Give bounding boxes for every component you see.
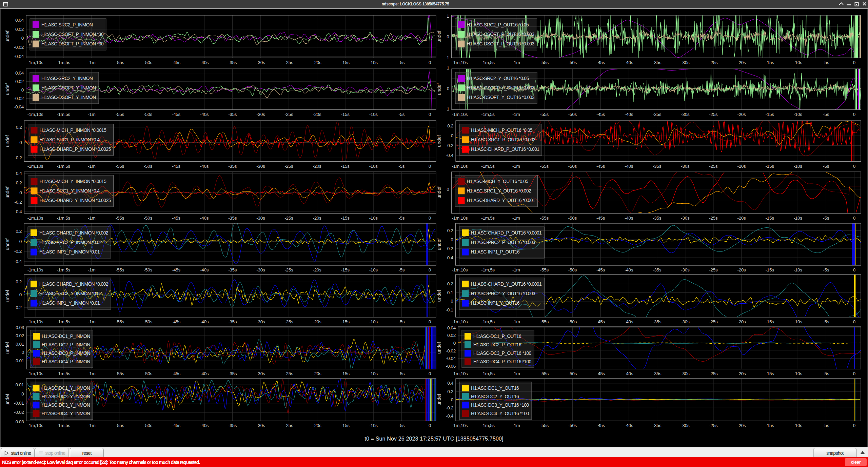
svg-text:-15s: -15s [766,60,774,65]
svg-text:undef: undef [436,342,442,354]
svg-text:0: 0 [429,60,431,65]
svg-text:-50s: -50s [144,112,153,117]
svg-text:-35s: -35s [653,216,662,221]
svg-text:-1m,5s: -1m,5s [481,423,495,428]
svg-text:-30s: -30s [256,319,265,324]
svg-text:-45s: -45s [596,60,605,65]
svg-text:-55s: -55s [116,60,124,65]
svg-text:-25s: -25s [709,319,718,324]
svg-text:0: 0 [853,164,855,169]
svg-text:-40s: -40s [625,319,633,324]
svg-text:0: 0 [853,423,855,428]
svg-text:H1:ASC-SRC2_Y_OUT16 *0.05: H1:ASC-SRC2_Y_OUT16 *0.05 [467,76,529,81]
svg-text:-0.01: -0.01 [14,358,24,363]
svg-text:-30s: -30s [681,371,690,376]
svg-text:undef: undef [5,238,10,250]
svg-text:-0.2: -0.2 [446,143,453,148]
svg-text:-40s: -40s [200,319,209,324]
svg-text:-0.1: -0.1 [446,307,453,312]
svg-text:-10s: -10s [794,216,803,221]
svg-text:-5s: -5s [823,371,829,376]
svg-text:-30s: -30s [681,164,690,169]
svg-text:H1:ASC-DC2_Y_OUT16: H1:ASC-DC2_Y_OUT16 [471,394,519,399]
svg-text:-45s: -45s [596,371,605,376]
svg-text:0.02: 0.02 [15,79,24,84]
svg-text:0.02: 0.02 [15,27,24,32]
svg-text:0.4: 0.4 [447,381,454,386]
svg-text:0: 0 [853,112,855,117]
svg-text:-20s: -20s [737,267,746,272]
svg-text:undef: undef [436,394,442,406]
svg-text:-50s: -50s [568,112,577,117]
svg-text:-0.03: -0.03 [14,419,24,424]
svg-text:H1:ASC-SRC1_Y_INMON *0.4: H1:ASC-SRC1_Y_INMON *0.4 [40,188,100,194]
svg-text:-30s: -30s [681,60,690,65]
svg-text:-25s: -25s [709,216,718,221]
svg-text:H1:ASC-DHARD_Y_INMON *0.0025: H1:ASC-DHARD_Y_INMON *0.0025 [40,198,111,203]
svg-text:-1m: -1m [88,164,95,169]
svg-text:0.02: 0.02 [16,333,24,338]
svg-text:-1m,10s: -1m,10s [27,164,43,169]
svg-text:-55s: -55s [540,60,549,65]
svg-text:-1m,10s: -1m,10s [452,423,468,428]
svg-text:H1:ASC-INP1_P_OUT16: H1:ASC-INP1_P_OUT16 [471,249,520,255]
svg-text:0: 0 [853,216,855,221]
svg-text:0: 0 [19,292,22,297]
svg-text:-15s: -15s [766,216,774,221]
svg-text:-20s: -20s [313,267,321,272]
svg-text:-55s: -55s [540,319,549,324]
svg-text:0.2: 0.2 [16,125,22,130]
svg-text:-40s: -40s [625,267,633,272]
svg-text:-1m,10s: -1m,10s [452,164,468,169]
svg-text:-0.2: -0.2 [14,200,22,205]
svg-text:-35s: -35s [228,319,237,324]
svg-text:H1:ASC-MICH_P_OUT16 *0.05: H1:ASC-MICH_P_OUT16 *0.05 [471,128,533,133]
svg-text:undef: undef [5,31,10,42]
svg-text:-45s: -45s [172,112,181,117]
svg-text:H1:ASC-DHARD_P_INMON *0.0025: H1:ASC-DHARD_P_INMON *0.0025 [40,147,111,152]
svg-text:-1m,10s: -1m,10s [452,319,468,324]
svg-text:-50s: -50s [568,371,577,376]
svg-text:0: 0 [429,319,431,324]
svg-text:-1m: -1m [512,216,520,221]
svg-text:-1m,5s: -1m,5s [57,319,70,324]
svg-text:-25s: -25s [284,267,293,272]
svg-text:-45s: -45s [596,216,605,221]
svg-text:-25s: -25s [284,216,293,221]
svg-text:H1:ASC-CSOFT_Y_INMON: H1:ASC-CSOFT_Y_INMON [41,85,96,90]
svg-text:-0.4: -0.4 [446,413,454,419]
svg-text:-1m,5s: -1m,5s [57,371,70,376]
svg-text:H1:ASC-DC4_Y_INMON: H1:ASC-DC4_Y_INMON [42,411,90,416]
svg-text:-5s: -5s [398,371,405,376]
svg-text:-40s: -40s [625,60,633,65]
svg-text:-40s: -40s [200,423,209,428]
svg-text:-15s: -15s [341,112,350,117]
svg-text:-20s: -20s [313,319,321,324]
svg-text:-1m,5s: -1m,5s [481,112,495,117]
svg-text:-1m,10s: -1m,10s [452,371,468,376]
svg-text:0.2: 0.2 [447,281,453,286]
svg-text:-5s: -5s [823,267,829,272]
svg-text:reset: reset [82,450,92,456]
svg-text:0.2: 0.2 [447,228,453,233]
svg-text:H1:ASC-DC2_P_INMON: H1:ASC-DC2_P_INMON [42,342,90,347]
svg-text:H1:ASC-CHARD_Y_OUT16 *0.0001: H1:ASC-CHARD_Y_OUT16 *0.0001 [471,282,542,287]
svg-text:-1m,5s: -1m,5s [481,164,495,169]
svg-text:-45s: -45s [596,319,605,324]
svg-text:H1:ASC-MICH_Y_OUT16 *0.05: H1:ASC-MICH_Y_OUT16 *0.05 [467,179,529,184]
svg-text:0.02: 0.02 [447,333,456,338]
svg-text:-50s: -50s [568,423,577,428]
svg-text:-5s: -5s [823,423,829,428]
svg-text:-55s: -55s [540,371,549,376]
svg-text:-40s: -40s [625,164,633,169]
svg-text:-0.4: -0.4 [14,209,22,214]
svg-text:0: 0 [19,140,22,145]
svg-text:0: 0 [21,391,24,397]
svg-text:-0.04: -0.04 [446,356,456,361]
svg-text:-40s: -40s [200,267,209,272]
svg-text:-0.06: -0.06 [446,364,456,369]
svg-text:0: 0 [429,371,431,376]
svg-text:H1:ASC-DC1_P_OUT16: H1:ASC-DC1_P_OUT16 [473,334,521,339]
svg-text:0: 0 [22,350,24,355]
svg-text:-0.02: -0.02 [14,45,24,50]
